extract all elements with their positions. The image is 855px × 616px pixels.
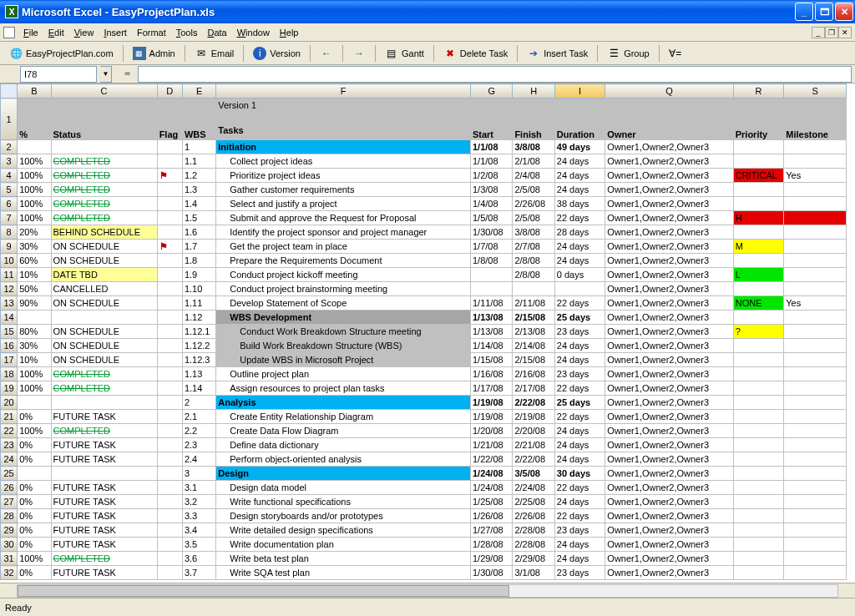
cell-owner[interactable]: Owner1,Owner2,Owner3	[605, 225, 733, 240]
table-row[interactable]: 24 0% FUTURE TASK 2.4 Perform object-ori…	[1, 452, 847, 467]
cell-wbs[interactable]: 3.2	[182, 495, 215, 509]
row-header[interactable]: 3	[1, 154, 18, 169]
cell-percent[interactable]: 0%	[18, 509, 51, 523]
cell-start[interactable]: 1/19/08	[470, 410, 512, 424]
cell-task[interactable]: Write functional specifications	[216, 495, 471, 509]
cell-status[interactable]: FUTURE TASK	[51, 523, 157, 538]
cell-wbs[interactable]: 3.6	[182, 552, 215, 566]
cell-finish[interactable]: 2/22/08	[513, 396, 554, 410]
cell-milestone[interactable]	[784, 339, 847, 353]
cell-milestone[interactable]	[784, 438, 847, 452]
row-header[interactable]: 27	[1, 495, 18, 509]
cell-start[interactable]: 1/4/08	[470, 197, 512, 211]
cell-duration[interactable]: 0 days	[554, 268, 605, 282]
cell-owner[interactable]: Owner1,Owner2,Owner3	[605, 552, 733, 566]
cell-percent[interactable]: 20%	[18, 225, 51, 240]
cell-milestone[interactable]	[784, 311, 847, 325]
cell-status[interactable]: FUTURE TASK	[51, 438, 157, 452]
cell-owner[interactable]: Owner1,Owner2,Owner3	[605, 396, 733, 410]
cell-priority[interactable]	[733, 552, 784, 566]
cell-milestone[interactable]	[784, 353, 847, 367]
table-row[interactable]: 32 0% FUTURE TASK 3.7 Write SQA test pla…	[1, 566, 847, 580]
cell-percent[interactable]: 0%	[18, 523, 51, 538]
cell-milestone[interactable]	[784, 225, 847, 240]
cell-task[interactable]: Create Data Flow Diagram	[216, 424, 471, 438]
cell-priority[interactable]	[733, 282, 784, 296]
cell-finish[interactable]: 3/1/08	[513, 566, 554, 580]
row-header[interactable]: 28	[1, 509, 18, 523]
table-row[interactable]: 19 100% COMPLETED 1.14 Assign resources …	[1, 381, 847, 396]
row-header[interactable]: 6	[1, 197, 18, 211]
cell-status[interactable]: FUTURE TASK	[51, 410, 157, 424]
cell-percent[interactable]: 100%	[18, 424, 51, 438]
cell-finish[interactable]: 2/20/08	[513, 424, 554, 438]
cell-status[interactable]: FUTURE TASK	[51, 566, 157, 580]
cell-milestone[interactable]	[784, 154, 847, 169]
cell-status[interactable]: FUTURE TASK	[51, 538, 157, 552]
cell-priority[interactable]	[733, 410, 784, 424]
cell-percent[interactable]: 100%	[18, 197, 51, 211]
table-row[interactable]: 6 100% COMPLETED 1.4 Select and justify …	[1, 197, 847, 211]
cell-finish[interactable]: 2/22/08	[513, 452, 554, 467]
cell-percent[interactable]: 0%	[18, 481, 51, 495]
cell-task[interactable]: Design storyboards and/or prototypes	[216, 509, 471, 523]
cell-finish[interactable]: 2/1/08	[513, 154, 554, 169]
cell-task[interactable]: Get the project team in place	[216, 240, 471, 254]
cell-task[interactable]: Initiation	[216, 140, 471, 154]
cell-duration[interactable]: 24 days	[554, 339, 605, 353]
cell-status[interactable]: ON SCHEDULE	[51, 339, 157, 353]
cell-task[interactable]: Conduct Work Breakdown Structure meeting	[216, 325, 471, 339]
cell-task[interactable]: Develop Statement of Scope	[216, 296, 471, 311]
table-row[interactable]: 3 100% COMPLETED 1.1 Collect project ide…	[1, 154, 847, 169]
cell-flag[interactable]	[157, 367, 182, 381]
cell-priority[interactable]	[733, 197, 784, 211]
cell-flag[interactable]	[157, 140, 182, 154]
row-header[interactable]: 10	[1, 254, 18, 268]
cell-start[interactable]: 1/19/08	[470, 396, 512, 410]
scrollbar-thumb[interactable]	[18, 585, 509, 597]
cell-start[interactable]: 1/28/08	[470, 538, 512, 552]
row-header[interactable]: 4	[1, 169, 18, 183]
cell-milestone[interactable]	[784, 268, 847, 282]
cell-flag[interactable]	[157, 538, 182, 552]
cell-start[interactable]: 1/5/08	[470, 211, 512, 225]
cell-duration[interactable]	[554, 282, 605, 296]
cell-finish[interactable]: 2/24/08	[513, 481, 554, 495]
cell-status[interactable]: CANCELLED	[51, 282, 157, 296]
table-row[interactable]: 4 100% COMPLETED ⚑ 1.2 Prioritize projec…	[1, 169, 847, 183]
cell-finish[interactable]: 2/26/08	[513, 509, 554, 523]
cell-percent[interactable]: 30%	[18, 240, 51, 254]
cell-milestone[interactable]	[784, 467, 847, 481]
cell-percent[interactable]: 100%	[18, 552, 51, 566]
cell-priority[interactable]	[733, 481, 784, 495]
table-row[interactable]: 22 100% COMPLETED 2.2 Create Data Flow D…	[1, 424, 847, 438]
cell-wbs[interactable]: 1.2	[182, 169, 215, 183]
cell-priority[interactable]	[733, 424, 784, 438]
cell-wbs[interactable]: 1.5	[182, 211, 215, 225]
cell-start[interactable]: 1/29/08	[470, 552, 512, 566]
cell-flag[interactable]	[157, 183, 182, 197]
cell-finish[interactable]: 2/16/08	[513, 367, 554, 381]
cell-finish[interactable]: 2/5/08	[513, 211, 554, 225]
cell-finish[interactable]	[513, 282, 554, 296]
maximize-button[interactable]: 🗖	[815, 3, 833, 21]
cell-duration[interactable]: 24 days	[554, 183, 605, 197]
cell-duration[interactable]: 30 days	[554, 467, 605, 481]
insert-task-button[interactable]: ➔Insert Task	[521, 44, 594, 63]
cell-status[interactable]: COMPLETED	[51, 552, 157, 566]
cell-flag[interactable]	[157, 424, 182, 438]
cell-priority[interactable]	[733, 381, 784, 396]
back-button[interactable]: ←	[314, 44, 339, 63]
cell-milestone[interactable]: Yes	[784, 169, 847, 183]
cell-start[interactable]: 1/8/08	[470, 254, 512, 268]
cell-percent[interactable]: 100%	[18, 367, 51, 381]
table-row[interactable]: 25 3 Design 1/24/08 3/5/08 30 days Owner…	[1, 467, 847, 481]
cell-flag[interactable]	[157, 339, 182, 353]
cell-start[interactable]: 1/14/08	[470, 339, 512, 353]
row-header[interactable]: 31	[1, 552, 18, 566]
cell-start[interactable]: 1/15/08	[470, 353, 512, 367]
cell-owner[interactable]: Owner1,Owner2,Owner3	[605, 538, 733, 552]
cell-owner[interactable]: Owner1,Owner2,Owner3	[605, 467, 733, 481]
cell-percent[interactable]: 90%	[18, 296, 51, 311]
cell-percent[interactable]: 0%	[18, 566, 51, 580]
